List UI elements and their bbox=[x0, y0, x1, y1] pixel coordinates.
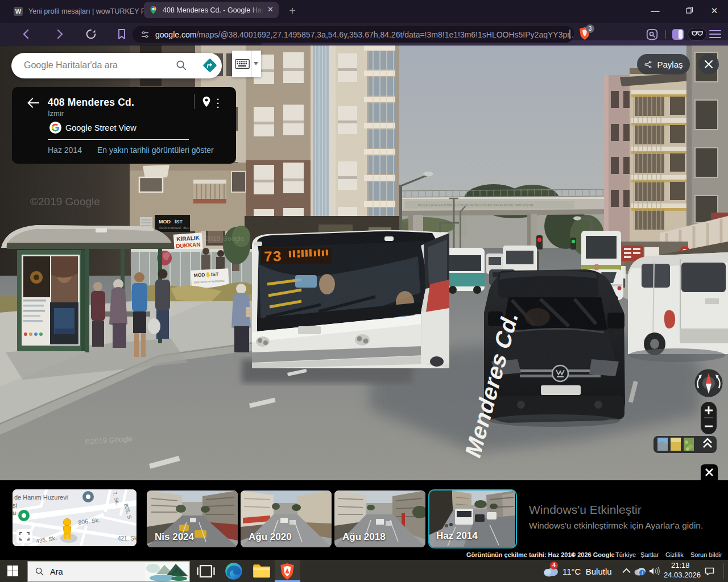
svg-text:si: si bbox=[13, 502, 17, 509]
svg-text:de Hanım Huzurevi: de Hanım Huzurevi bbox=[14, 494, 68, 501]
svg-text:421. Sk.: 421. Sk. bbox=[118, 535, 136, 542]
svg-text:u: u bbox=[13, 509, 16, 516]
